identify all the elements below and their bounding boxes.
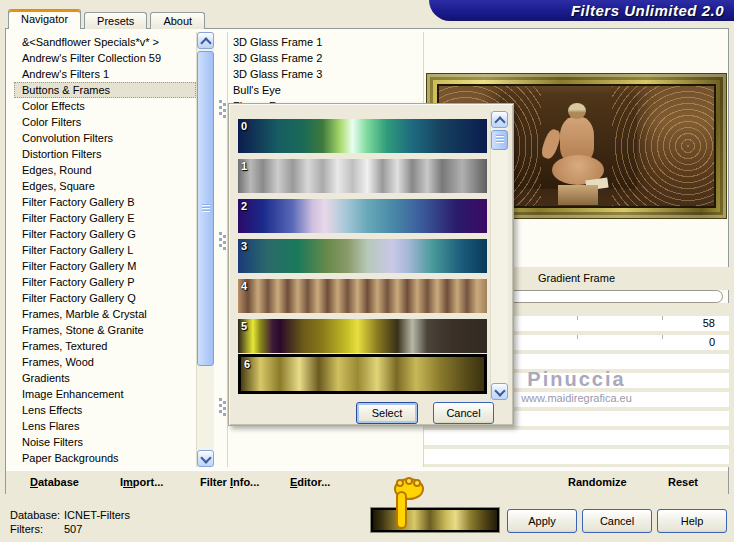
- gradient-swatch[interactable]: 2: [238, 199, 487, 233]
- splitter-grip-icon[interactable]: [219, 232, 227, 251]
- parameter-slider[interactable]: [424, 430, 729, 445]
- category-item[interactable]: Lens Effects: [14, 402, 196, 418]
- category-item[interactable]: Filter Factory Gallery E: [14, 210, 196, 226]
- category-item[interactable]: Color Effects: [14, 98, 196, 114]
- select-button[interactable]: Select: [356, 402, 418, 424]
- category-item[interactable]: Distortion Filters: [14, 146, 196, 162]
- category-item[interactable]: Andrew's Filters 1: [14, 66, 196, 82]
- category-item[interactable]: Frames, Stone & Granite: [14, 322, 196, 338]
- cancel-button[interactable]: Cancel: [582, 509, 652, 533]
- thumb-grip-icon: [202, 204, 210, 213]
- category-item[interactable]: Filter Factory Gallery Q: [14, 290, 196, 306]
- category-item[interactable]: Edges, Square: [14, 178, 196, 194]
- category-item[interactable]: Lens Flares: [14, 418, 196, 434]
- category-item[interactable]: Image Enhancement: [14, 386, 196, 402]
- splitter-grip-icon[interactable]: [219, 100, 227, 119]
- gradient-index-label: 1: [241, 160, 247, 172]
- database-status: Database:ICNET-Filters: [10, 509, 130, 521]
- gradient-swatch[interactable]: 3: [238, 239, 487, 273]
- gradient-swatch[interactable]: 6: [238, 354, 487, 394]
- filter-item[interactable]: 3D Glass Frame 1: [228, 34, 418, 50]
- preview-art-figure: [532, 103, 622, 208]
- apply-button[interactable]: Apply: [507, 509, 577, 533]
- gradient-swatch[interactable]: 1: [238, 159, 487, 193]
- window-title: Filters Unlimited 2.0: [571, 1, 724, 20]
- category-item[interactable]: Color Filters: [14, 114, 196, 130]
- editor-button[interactable]: Editor...: [290, 471, 330, 494]
- gradient-swatch[interactable]: 0: [238, 119, 487, 153]
- tab-bar: Navigator Presets About: [8, 9, 205, 29]
- gradient-index-label: 3: [241, 240, 247, 252]
- chevron-up-icon: [200, 37, 211, 48]
- filter-info-button[interactable]: Filter Info...: [200, 471, 259, 494]
- gradient-index-label: 0: [241, 120, 247, 132]
- import-button[interactable]: Import...: [120, 471, 163, 494]
- filter-item[interactable]: 3D Glass Frame 3: [228, 66, 418, 82]
- randomize-button[interactable]: Randomize: [568, 471, 627, 494]
- database-menu-button[interactable]: Database: [30, 471, 79, 494]
- scrollbar-thumb[interactable]: [491, 130, 508, 150]
- gradient-scrollbar[interactable]: [490, 111, 508, 400]
- tab-navigator[interactable]: Navigator: [8, 9, 81, 29]
- category-item[interactable]: Filter Factory Gallery B: [14, 194, 196, 210]
- scroll-down-button[interactable]: [197, 450, 214, 467]
- category-item[interactable]: Buttons & Frames: [14, 82, 196, 98]
- category-item[interactable]: &<Sandflower Specials*v* >: [14, 34, 196, 50]
- category-item[interactable]: Gradients: [14, 370, 196, 386]
- chevron-down-icon: [494, 385, 505, 396]
- category-item[interactable]: Frames, Textured: [14, 338, 196, 354]
- reset-button[interactable]: Reset: [668, 471, 698, 494]
- title-banner: Filters Unlimited 2.0: [429, 0, 734, 21]
- scrollbar-thumb[interactable]: [197, 51, 214, 366]
- gradient-list: 0 1 2 3 4 5 6: [238, 119, 487, 400]
- gradient-picker-popup: 0 1 2 3 4 5 6 Select Cancel: [228, 103, 514, 426]
- gradient-index-label: 4: [241, 280, 247, 292]
- filters-unlimited-window: Filters Unlimited 2.0 Navigator Presets …: [0, 0, 734, 542]
- category-scrollbar[interactable]: [196, 32, 214, 467]
- category-item[interactable]: Frames, Wood: [14, 354, 196, 370]
- parameter-value: 0: [709, 335, 715, 350]
- help-button[interactable]: Help: [657, 509, 727, 533]
- tab-about[interactable]: About: [150, 12, 205, 29]
- scroll-down-button[interactable]: [491, 383, 508, 400]
- scroll-up-button[interactable]: [197, 32, 214, 49]
- tab-presets[interactable]: Presets: [84, 12, 147, 29]
- filters-count-status: Filters:507: [10, 523, 82, 535]
- selected-filter-name: Gradient Frame: [538, 272, 615, 284]
- category-item[interactable]: Convolution Filters: [14, 130, 196, 146]
- filter-list: 3D Glass Frame 13D Glass Frame 23D Glass…: [228, 34, 418, 114]
- hand-cursor-icon: [386, 476, 428, 534]
- category-item[interactable]: Andrew's Filter Collection 59: [14, 50, 196, 66]
- parameter-slider[interactable]: [424, 449, 729, 464]
- gradient-index-label: 5: [241, 320, 247, 332]
- toolbar: Database Import... Filter Info... Editor…: [6, 470, 728, 494]
- chevron-up-icon: [494, 116, 505, 127]
- category-item[interactable]: Frames, Marble & Crystal: [14, 306, 196, 322]
- filter-item[interactable]: 3D Glass Frame 2: [228, 50, 418, 66]
- category-item[interactable]: Filter Factory Gallery L: [14, 242, 196, 258]
- category-item[interactable]: Filter Factory Gallery G: [14, 226, 196, 242]
- gradient-index-label: 6: [244, 358, 250, 370]
- scroll-up-button[interactable]: [491, 111, 508, 128]
- category-list: &<Sandflower Specials*v* >Andrew's Filte…: [14, 34, 196, 466]
- gradient-swatch[interactable]: 4: [238, 279, 487, 313]
- filter-item[interactable]: Bull's Eye: [228, 82, 418, 98]
- thumb-grip-icon: [496, 135, 504, 144]
- preview-art-pattern: [612, 84, 716, 208]
- category-item[interactable]: Edges, Round: [14, 162, 196, 178]
- category-item[interactable]: Paper Backgrounds: [14, 450, 196, 466]
- gradient-index-label: 2: [241, 200, 247, 212]
- splitter-grip-icon[interactable]: [219, 398, 227, 417]
- cancel-gradient-button[interactable]: Cancel: [433, 402, 494, 424]
- category-item[interactable]: Filter Factory Gallery P: [14, 274, 196, 290]
- chevron-down-icon: [200, 452, 211, 463]
- gradient-swatch[interactable]: 5: [238, 319, 487, 353]
- category-item[interactable]: Noise Filters: [14, 434, 196, 450]
- parameter-value: 58: [703, 316, 715, 331]
- category-item[interactable]: Filter Factory Gallery M: [14, 258, 196, 274]
